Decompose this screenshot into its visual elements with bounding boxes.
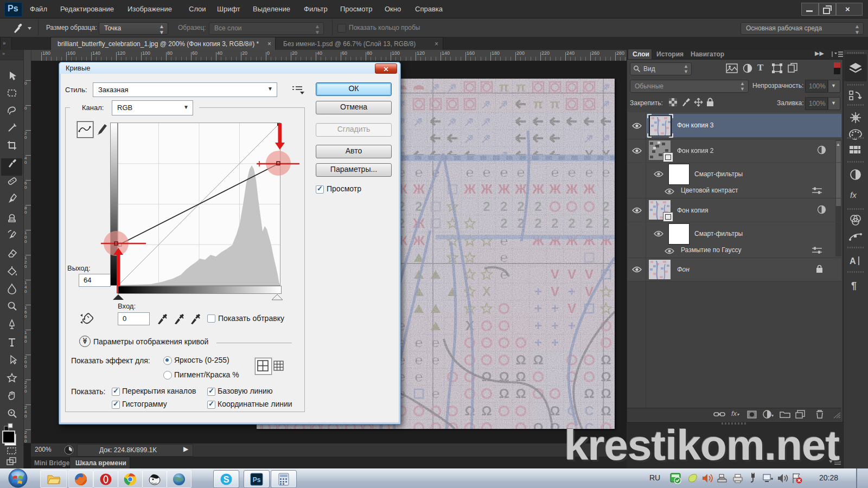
svg-text:¶: ¶: [851, 280, 857, 291]
svg-text:S: S: [224, 475, 229, 484]
svg-text:Ps: Ps: [253, 476, 261, 484]
svg-text:fx: fx: [850, 190, 857, 200]
svg-text:▾: ▾: [771, 413, 774, 418]
svg-text:A: A: [850, 256, 856, 266]
